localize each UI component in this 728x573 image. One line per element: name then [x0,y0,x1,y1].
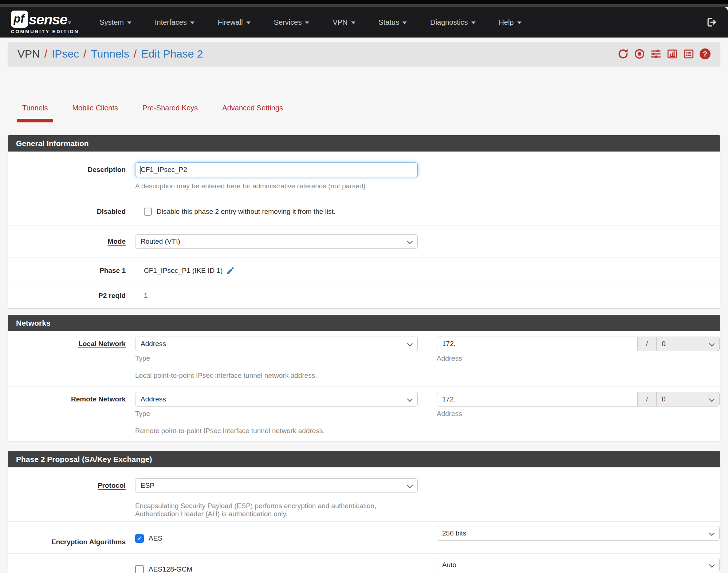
local-mask-select[interactable]: 0 [657,337,720,351]
local-address-input[interactable] [437,337,638,351]
remote-mask-select[interactable]: 0 [657,392,720,407]
edit-pencil-icon[interactable] [226,266,235,275]
phase1-value: CF1_IPsec_P1 (IKE ID 1) [144,267,223,275]
row-mode: Mode Routed (VTI) [8,225,720,258]
aes128gcm-checkbox-label: AES128-GCM [149,565,192,573]
local-network-type-select[interactable]: Address [135,337,418,351]
panel-header: General Information [8,135,720,152]
local-type-caption: Type [135,354,418,362]
tab-pre-shared-keys[interactable]: Pre-Shared Keys [137,104,203,119]
chevron-down-icon [305,21,309,24]
protocol-label[interactable]: Protocol [8,478,135,518]
refresh-icon[interactable] [618,48,629,59]
row-remote-network: Remote Network Address Type Remote point… [8,386,720,441]
breadcrumb-link-tunnels[interactable]: Tunnels [91,48,129,60]
p2-reqid-label: P2 reqid [8,292,135,300]
chevron-down-icon [709,562,715,568]
slash-addon: / [638,337,657,351]
menu-firewall[interactable]: Firewall [218,18,251,27]
breadcrumb-section: VPN [17,48,40,60]
chevron-down-icon [407,239,413,244]
tab-bar: Tunnels Mobile Clients Pre-Shared Keys A… [17,104,728,119]
chevron-down-icon [709,341,715,347]
phase1-label: Phase 1 [8,267,135,275]
breadcrumb-current-edit-phase-2[interactable]: Edit Phase 2 [141,48,203,60]
breadcrumb-bar: VPN / IPsec / Tunnels / Edit Phase 2 [8,42,720,66]
chevron-down-icon [471,21,476,24]
remote-network-label[interactable]: Remote Network [8,392,135,435]
chevron-down-icon [402,21,407,24]
tab-mobile-clients[interactable]: Mobile Clients [67,104,123,119]
row-protocol: Protocol ESP Encapsulating Security Payl… [8,467,720,522]
aes-checkbox[interactable] [135,534,144,543]
chevron-down-icon [190,21,194,24]
window-title-strip [0,4,728,7]
panel-phase2-proposal: Phase 2 Proposal (SA/Key Exchange) Proto… [8,451,720,573]
sense-logo-text: sense [29,12,67,28]
remote-address-caption: Address [437,410,720,418]
tab-tunnels[interactable]: Tunnels [17,104,53,119]
help-icon[interactable]: ? [700,48,711,59]
pf-logo-box: pf [11,11,28,28]
breadcrumb-link-ipsec[interactable]: IPsec [52,48,79,60]
encryption-algorithms-label[interactable]: Encryption Algorithms [8,526,135,546]
sign-out-icon[interactable] [705,16,717,28]
p2-reqid-value: 1 [144,292,148,300]
sliders-icon[interactable] [650,48,661,59]
panel-header: Networks [8,315,720,331]
disabled-checkbox[interactable] [144,208,152,216]
menu-vpn[interactable]: VPN [332,18,355,27]
stop-icon[interactable] [634,48,645,59]
remote-type-caption: Type [135,410,418,418]
mode-label[interactable]: Mode [8,234,135,249]
row-local-network: Local Network Address Type Local point-t… [8,331,720,386]
description-label: Description [8,162,135,190]
row-p2-reqid: P2 reqid 1 [8,283,720,308]
chevron-down-icon [127,21,131,24]
chevron-down-icon [246,21,251,24]
protocol-select[interactable]: ESP [135,478,418,493]
row-phase1: Phase 1 CF1_IPsec_P1 (IKE ID 1) [8,258,720,283]
menu-help[interactable]: Help [499,18,522,27]
row-description: Description A description may be entered… [8,152,720,198]
spacer-label [8,558,135,573]
main-menu: System Interfaces Firewall Services VPN … [99,18,521,27]
mode-select[interactable]: Routed (VTI) [135,234,418,249]
menu-diagnostics[interactable]: Diagnostics [430,18,475,27]
community-edition-label: COMMUNITY EDITION [11,29,79,34]
remote-network-type-select[interactable]: Address [135,392,418,407]
chevron-down-icon [709,530,715,536]
bar-chart-icon[interactable] [667,48,678,59]
menu-interfaces[interactable]: Interfaces [155,18,194,27]
remote-network-help: Remote point-to-point IPsec interface tu… [135,427,418,435]
chevron-down-icon [351,21,355,24]
local-network-label[interactable]: Local Network [8,337,135,380]
registered-mark: ® [68,17,71,28]
pfsense-logo[interactable]: pf sense ® COMMUNITY EDITION [11,11,79,34]
row-encryption-aes128gcm: AES128-GCM Auto [8,554,720,573]
row-disabled: Disabled Disable this phase 2 entry with… [8,198,720,225]
chevron-down-icon [407,396,413,402]
description-input[interactable] [135,162,418,177]
menu-services[interactable]: Services [274,18,310,27]
aes-keylen-select[interactable]: 256 bits [437,526,720,541]
breadcrumb: VPN / IPsec / Tunnels / Edit Phase 2 [17,48,203,60]
slash-addon: / [638,392,657,407]
menu-status[interactable]: Status [379,18,407,27]
panel-general-information: General Information Description A descri… [8,135,720,308]
list-icon[interactable] [683,48,694,59]
panel-networks: Networks Local Network Address Type Loca… [8,315,720,441]
chevron-down-icon [709,396,715,402]
chevron-down-icon [517,21,522,24]
menu-system[interactable]: System [99,18,131,27]
top-navbar: pf sense ® COMMUNITY EDITION System Inte… [0,7,728,38]
panel-header: Phase 2 Proposal (SA/Key Exchange) [8,451,720,467]
chevron-down-icon [407,341,413,347]
remote-address-input[interactable] [437,392,638,407]
aes128gcm-keylen-select[interactable]: Auto [437,558,720,572]
tab-advanced-settings[interactable]: Advanced Settings [217,104,288,119]
protocol-help: Encapsulating Security Payload (ESP) per… [135,502,418,518]
aes128gcm-checkbox[interactable] [135,565,144,573]
aes-checkbox-label: AES [149,534,162,542]
disabled-checkbox-label: Disable this phase 2 entry without remov… [157,208,335,216]
